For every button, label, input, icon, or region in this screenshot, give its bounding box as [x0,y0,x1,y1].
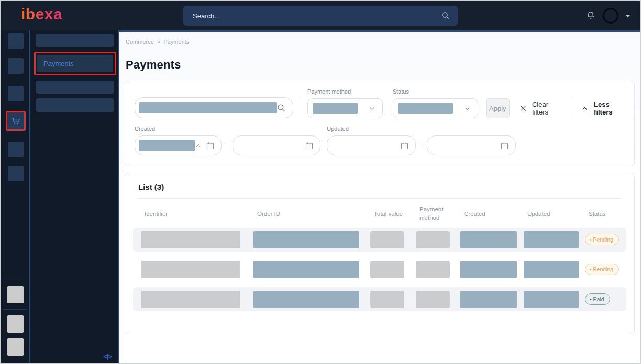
apply-button[interactable]: Apply [486,98,510,118]
breadcrumb-payments[interactable]: Payments [163,39,189,45]
created-redacted [460,291,517,308]
user-avatar[interactable] [603,8,618,24]
commerce-nav-button[interactable] [10,115,21,127]
chevron-down-icon [368,105,376,112]
created-redacted [460,231,517,248]
status-badge: Pending [585,264,619,275]
topbar: ibexa [1,1,640,30]
updated-to-date-input[interactable] [427,135,516,155]
rail-bottom-group [1,280,29,363]
column-total-value: Total value [374,211,419,217]
rail-bottom-button-3[interactable] [7,338,24,356]
annotation-highlight-payments: Payments [34,52,116,75]
divider [300,98,300,118]
secondary-sidebar: Payments <|> [30,30,119,363]
divider [3,309,27,310]
payment-method-value-redacted [313,103,358,114]
sidebar-item-payments[interactable]: Payments [37,55,113,72]
updated-redacted [524,261,579,278]
status-badge: Paid [585,293,610,305]
created-from-value-redacted [139,140,195,151]
rail-nav-button-3[interactable] [8,86,24,101]
sidebar-item-label: Payments [43,60,74,67]
sidebar-item-1[interactable] [36,34,114,47]
filters-panel: Payment method Status [125,81,635,166]
calendar-icon[interactable] [400,141,409,150]
sidebar-item-3[interactable] [36,81,114,94]
table-row[interactable]: Paid [133,287,626,311]
sidebar-item-4[interactable] [36,98,114,112]
table-header: Identifier Order ID Total value Payment … [133,199,626,228]
chevron-down-icon[interactable] [625,15,631,17]
calendar-icon[interactable] [305,141,314,150]
created-to-date-input[interactable] [233,135,320,155]
global-search-input[interactable] [193,12,441,20]
clear-filters-button[interactable]: Clear filters [519,98,563,118]
filter-search-input[interactable] [135,97,293,118]
created-redacted [460,261,517,278]
status-value-redacted [398,103,453,114]
search-value-redacted [139,102,277,113]
created-from-date-input[interactable] [135,135,222,155]
rail-bottom-button-1[interactable] [7,286,24,303]
rail-nav-button-5[interactable] [8,142,24,157]
clear-filters-label: Clear filters [532,100,563,116]
payment-method-label: Payment method [307,88,383,95]
breadcrumb: Commerce > Payments [126,39,635,45]
column-order-id: Order ID [257,211,374,217]
main-content: Commerce > Payments Payments [119,30,640,363]
less-filters-label: Less filters [594,100,627,116]
less-filters-button[interactable]: Less filters [581,98,627,118]
total-value-redacted [370,231,404,248]
payments-list-panel: List (3) Identifier Order ID Total value… [125,173,635,334]
table-row[interactable]: Pending [133,228,626,252]
table-row[interactable]: Pending [133,257,626,281]
identifier-redacted [141,261,240,278]
search-icon[interactable] [277,103,286,113]
close-icon [519,104,527,112]
column-status: Status [589,211,626,217]
column-created: Created [464,211,527,217]
list-title: List (3) [125,173,634,198]
rail-nav-button-1[interactable] [8,33,24,49]
calendar-icon[interactable] [500,141,509,150]
payment-method-select[interactable] [307,98,383,118]
chevron-up-icon [581,105,589,112]
payment-method-redacted [416,291,450,308]
column-payment-method: Payment method [419,206,450,222]
sidebar-collapse-icon[interactable]: <|> [103,352,112,360]
global-search[interactable] [183,6,458,26]
bell-icon[interactable] [585,10,596,21]
payment-method-redacted [416,231,450,248]
ibexa-logo[interactable]: ibexa [21,5,62,23]
rail-nav-button-6[interactable] [8,166,24,181]
clear-date-icon[interactable] [195,142,201,149]
status-select[interactable] [393,98,478,118]
order-id-redacted [253,291,359,308]
order-id-redacted [253,231,359,248]
status-label: Status [393,88,478,95]
calendar-icon[interactable] [206,141,215,150]
breadcrumb-separator: > [157,39,160,45]
range-separator: – [225,142,229,150]
rail-bottom-button-2[interactable] [7,315,24,333]
shopping-cart-icon [10,115,21,127]
status-badge: Pending [585,234,619,245]
search-icon [441,11,450,20]
breadcrumb-commerce[interactable]: Commerce [126,39,154,45]
annotation-highlight-cart [6,111,26,131]
identifier-redacted [141,231,240,248]
divider [3,280,27,280]
column-identifier: Identifier [145,211,257,217]
updated-redacted [524,291,579,308]
rail-nav-button-2[interactable] [8,58,24,74]
order-id-redacted [253,261,359,278]
total-value-redacted [370,291,404,308]
icon-rail [1,30,30,363]
page-title: Payments [126,58,635,72]
total-value-redacted [370,261,404,278]
updated-from-date-input[interactable] [327,135,416,155]
column-updated: Updated [527,211,589,217]
range-separator: – [419,142,423,150]
identifier-redacted [141,291,240,308]
